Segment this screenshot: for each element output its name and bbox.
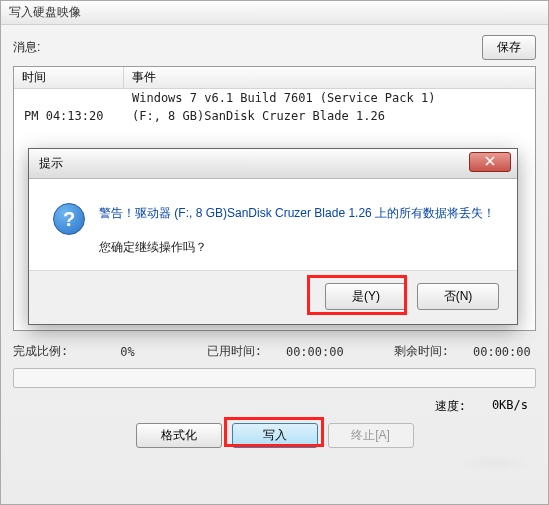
remain-value: 00:00:00 xyxy=(473,345,531,359)
question-icon: ? xyxy=(53,203,85,235)
write-button[interactable]: 写入 xyxy=(232,423,318,448)
info-label: 消息: xyxy=(13,39,40,56)
no-button[interactable]: 否(N) xyxy=(417,283,499,310)
done-value: 0% xyxy=(120,345,134,359)
speed-value: 0KB/s xyxy=(492,398,528,415)
info-row: 消息: 保存 xyxy=(1,25,548,64)
speed-row: 速度: 0KB/s xyxy=(1,396,548,417)
cell-event: (F:, 8 GB)SanDisk Cruzer Blade 1.26 xyxy=(124,109,535,123)
cell-time: PM 04:13:20 xyxy=(14,109,124,123)
elapsed-value: 00:00:00 xyxy=(286,345,344,359)
abort-button: 终止[A] xyxy=(328,423,414,448)
col-time-header[interactable]: 时间 xyxy=(14,67,124,88)
window-title: 写入硬盘映像 xyxy=(9,4,81,21)
warn-line: 警告！驱动器 (F:, 8 GB)SanDisk Cruzer Blade 1.… xyxy=(99,203,495,223)
close-button[interactable] xyxy=(469,152,511,172)
yes-button[interactable]: 是(Y) xyxy=(325,283,407,310)
list-header: 时间 事件 xyxy=(14,67,535,89)
elapsed-label: 已用时间: xyxy=(207,343,262,360)
format-button[interactable]: 格式化 xyxy=(136,423,222,448)
confirm-line: 您确定继续操作吗？ xyxy=(99,237,495,257)
dialog-body: ? 警告！驱动器 (F:, 8 GB)SanDisk Cruzer Blade … xyxy=(29,179,517,270)
confirm-dialog: 提示 ? 警告！驱动器 (F:, 8 GB)SanDisk Cruzer Bla… xyxy=(28,148,518,325)
col-event-header[interactable]: 事件 xyxy=(124,67,535,88)
save-button[interactable]: 保存 xyxy=(482,35,536,60)
dialog-titlebar[interactable]: 提示 xyxy=(29,149,517,179)
progress-row: 完成比例: 0% 已用时间: 00:00:00 剩余时间: 00:00:00 xyxy=(1,337,548,364)
done-label: 完成比例: xyxy=(13,343,68,360)
bottom-buttons: 格式化 写入 终止[A] xyxy=(1,417,548,458)
cell-event: Windows 7 v6.1 Build 7601 (Service Pack … xyxy=(124,91,535,105)
dialog-buttons: 是(Y) 否(N) xyxy=(29,270,517,324)
speed-label: 速度: xyxy=(435,398,466,415)
list-row: PM 04:13:20 (F:, 8 GB)SanDisk Cruzer Bla… xyxy=(14,107,535,125)
progress-bar xyxy=(13,368,536,388)
close-icon xyxy=(485,155,495,169)
smudge-decor xyxy=(462,454,530,472)
list-row: Windows 7 v6.1 Build 7601 (Service Pack … xyxy=(14,89,535,107)
dialog-title: 提示 xyxy=(39,155,63,172)
remain-label: 剩余时间: xyxy=(394,343,449,360)
main-titlebar: 写入硬盘映像 xyxy=(1,1,548,25)
dialog-text: 警告！驱动器 (F:, 8 GB)SanDisk Cruzer Blade 1.… xyxy=(99,203,495,258)
